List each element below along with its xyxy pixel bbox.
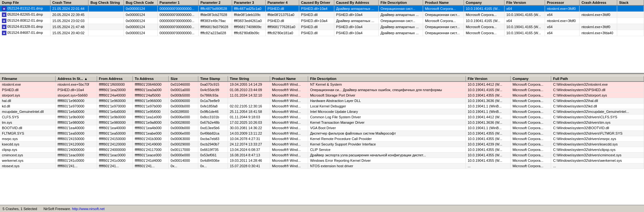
- col-stack[interactable]: Stack: [617, 0, 644, 5]
- table-cell: 10.0.19041.1 (WinB...: [466, 125, 511, 131]
- list-item[interactable]: tm.sysfffff801'1e980000fffff801'1e980000…: [0, 120, 644, 125]
- table-cell: 15.05.2024 23:02:03: [50, 18, 88, 24]
- table-cell: Microsoft Corpora...: [511, 93, 551, 98]
- table-cell: 10.0.19041.1 (WinB...: [466, 109, 511, 114]
- table-row[interactable]: ■051524-80812-01.dmp15.05.2024 23:02:030…: [0, 18, 644, 24]
- col-param1[interactable]: Parameter 1: [157, 0, 198, 5]
- col-file-description[interactable]: File Description: [378, 0, 423, 5]
- list-item[interactable]: kd.dllfffff801'1e970000fffff801'1e970000…: [0, 104, 644, 109]
- table-cell: Операционная сист...: [423, 12, 464, 18]
- website-link[interactable]: http://www.nirsoft.net: [72, 207, 105, 211]
- table-cell: fffff801'1ea20000: [97, 87, 133, 93]
- col-param2[interactable]: Parameter 2: [198, 0, 232, 5]
- table-cell: ■052124-81312-01.dmp: [0, 5, 50, 12]
- table-cell: [617, 5, 644, 12]
- col-company[interactable]: Company: [464, 0, 504, 5]
- col-caused-by-driver[interactable]: Caused By Driver: [299, 0, 334, 5]
- table-cell: 0x0028f000: [169, 109, 198, 114]
- table-cell: Microsoft Corpora...: [511, 163, 551, 169]
- list-item[interactable]: CLFS.SYSfffff801'1e9b0000fffff801'1e9b00…: [0, 114, 644, 120]
- table-row[interactable]: ■051524-84687-01.dmp15.05.2024 20:40:020…: [0, 30, 644, 36]
- list-item[interactable]: ntosext.sysfffff801'241...fffff801'241..…: [0, 163, 644, 169]
- table-cell: [617, 24, 644, 30]
- col-bug-check-code[interactable]: Bug Check Code: [124, 0, 157, 5]
- table-cell: 01.08.2010 23:44:09: [228, 87, 270, 93]
- col-file-version[interactable]: File Version: [504, 0, 545, 5]
- table-cell: ffffc487'ad25c1a0: [232, 5, 265, 12]
- table-cell: Microsoft Corpora...: [511, 114, 551, 120]
- col-filename[interactable]: Filename: [0, 76, 56, 82]
- col-time-stamp[interactable]: Time Stamp: [198, 76, 228, 82]
- list-item[interactable]: ksecdd.sysfffff801'24120000fffff801'2412…: [0, 142, 644, 147]
- col-from-address[interactable]: From Address: [97, 76, 133, 82]
- col-param3[interactable]: Parameter 3: [232, 0, 265, 5]
- table-cell: ffffc487'bd90f028: [198, 5, 232, 12]
- table-cell: Microsoft® Wind...: [270, 93, 308, 98]
- list-item[interactable]: msrpc.sysfffff801'24150000fffff801'24150…: [0, 136, 644, 142]
- table-cell: fffff801'1eace000: [133, 153, 169, 158]
- col-param4[interactable]: Parameter 4: [265, 0, 299, 5]
- table-cell: Операционная сист...: [378, 18, 423, 24]
- table-cell: VGA Boot Driver: [308, 125, 466, 131]
- col-crash-address[interactable]: Crash Address: [580, 0, 617, 5]
- table-cell: 15.05.2024 21:47:48: [50, 24, 88, 30]
- top-panel[interactable]: Dump File Crash Time Bug Check String Bu…: [0, 0, 644, 74]
- table-row[interactable]: ■052024-82265-01.dmp20.05.2024 22:39:450…: [0, 12, 644, 18]
- table-cell: fffff801'24150000: [56, 136, 97, 142]
- list-item[interactable]: cmimcext.sysfffff801'1eac0000fffff801'1e…: [0, 153, 644, 158]
- list-item[interactable]: mcupdate_GenuineIntel.dllfffff801'1e6d00…: [0, 109, 644, 114]
- table-cell: Диспетчер фильтров файловых систем Майкр…: [308, 131, 466, 136]
- col-crash-time[interactable]: Crash Time: [50, 0, 88, 5]
- table-cell: 24.12.2074 13:33:27: [228, 142, 270, 147]
- list-item[interactable]: PSHED.dllPSHED.dll+10a4fffff801'1ea20000…: [0, 87, 644, 93]
- table-cell: fffff801'24150000: [97, 136, 133, 142]
- col-full-path[interactable]: Full Path: [551, 76, 644, 82]
- table-cell: [617, 30, 644, 36]
- table-cell: fffff801'1ea40000: [97, 125, 133, 131]
- list-item[interactable]: FLTMGR.SYSfffff801'1ea50000fffff801'1ea5…: [0, 131, 644, 136]
- list-item[interactable]: ntoskrnl.exentoskrnl.exe+5bc70ffffff801'…: [0, 82, 644, 87]
- table-cell: fffff801'24af5000: [133, 93, 169, 98]
- list-item[interactable]: hal.dllfffff801'1e960000fffff801'1e96000…: [0, 98, 644, 104]
- table-cell: 0x00000124: [124, 18, 157, 24]
- table-cell: 0x0000e000: [169, 153, 198, 158]
- col-product-name-bottom[interactable]: Product Name: [270, 76, 308, 82]
- list-item[interactable]: BOOTVID.dllfffff801'1ea40000fffff801'1ea…: [0, 125, 644, 131]
- col-product-name[interactable]: Product Name: [423, 0, 464, 5]
- table-cell: ...: [466, 163, 511, 169]
- table-cell: ntoskrnl.exe: [0, 82, 56, 87]
- col-processor[interactable]: Processor: [545, 0, 579, 5]
- col-bug-check-string[interactable]: Bug Check String: [88, 0, 124, 5]
- col-time-string[interactable]: Time String: [228, 76, 270, 82]
- list-item[interactable]: storport.sysstorport.sys+5b660fffff801'2…: [0, 93, 644, 98]
- col-size[interactable]: Size: [169, 76, 198, 82]
- table-cell: 0xfe185fa8: [198, 104, 228, 109]
- table-cell: Microsoft® Wind...: [270, 114, 308, 120]
- table-row[interactable]: ■051524-81328-01.dmp15.05.2024 21:47:480…: [0, 24, 644, 30]
- table-cell: 0x00006000: [169, 98, 198, 104]
- table-cell: 0x0001a000: [169, 87, 198, 93]
- col-to-address[interactable]: To Address: [133, 76, 169, 82]
- table-cell: ntosext.sys: [0, 163, 56, 169]
- table-cell: fffff801'1e960000: [97, 98, 133, 104]
- col-dump-file[interactable]: Dump File: [0, 0, 50, 5]
- table-cell: 00000000'00000000...: [157, 5, 198, 12]
- list-item[interactable]: clipsp.sysfffff801'24000000fffff801'2400…: [0, 147, 644, 153]
- list-item[interactable]: werkernel.sysfffff801'241c0000fffff801'2…: [0, 158, 644, 163]
- bottom-panel[interactable]: Filename Address In St... ▲ From Address…: [0, 76, 644, 204]
- table-cell: C:\Windows\system32\drivers\cmimcext.sys: [551, 153, 644, 158]
- table-cell: ffff9681'776281a0: [265, 24, 299, 30]
- col-file-description-bottom[interactable]: File Description: [308, 76, 466, 82]
- table-cell: ffff9681'8d379028: [198, 24, 232, 30]
- table-row[interactable]: ■052124-81312-01.dmp21.05.2024 22:01:440…: [0, 5, 644, 12]
- table-cell: 0xa070c915: [198, 82, 228, 87]
- table-cell: Microsoft® Wind...: [270, 120, 308, 125]
- col-company-bottom[interactable]: Company: [511, 76, 551, 82]
- table-cell: ...: [551, 163, 644, 169]
- splitter[interactable]: [0, 74, 644, 76]
- col-caused-by-address[interactable]: Caused By Address: [334, 0, 378, 5]
- table-cell: fffff801'241...: [56, 163, 97, 169]
- col-address-in-stack[interactable]: Address In St... ▲: [56, 76, 97, 82]
- col-file-version-bottom[interactable]: File Version: [466, 76, 511, 82]
- table-cell: fffde08'3cb27028: [198, 12, 232, 18]
